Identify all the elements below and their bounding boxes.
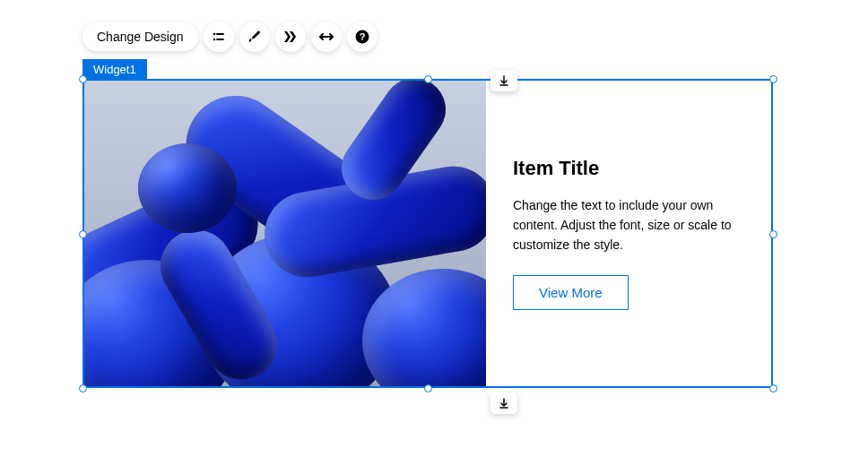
widget-image-area[interactable] bbox=[84, 81, 486, 386]
resize-handle-ne[interactable] bbox=[769, 75, 777, 83]
resize-handle-se[interactable] bbox=[769, 384, 777, 392]
item-description[interactable]: Change the text to include your own cont… bbox=[513, 196, 744, 254]
resize-handle-n[interactable] bbox=[424, 75, 432, 83]
resize-handle-e[interactable] bbox=[769, 230, 777, 238]
svg-point-0 bbox=[213, 33, 215, 36]
design-brush-button[interactable] bbox=[239, 22, 270, 52]
padding-handle-top[interactable] bbox=[490, 70, 517, 91]
view-more-button[interactable]: View More bbox=[513, 275, 629, 310]
resize-handle-w[interactable] bbox=[79, 230, 87, 238]
padding-handle-bottom[interactable] bbox=[490, 392, 517, 414]
abstract-shape bbox=[138, 143, 237, 233]
resize-handle-nw[interactable] bbox=[79, 75, 87, 83]
stretch-button[interactable] bbox=[311, 22, 342, 52]
list-settings-icon bbox=[212, 30, 226, 44]
help-button[interactable]: ? bbox=[347, 22, 378, 52]
brush-icon bbox=[247, 30, 262, 44]
layers-icon bbox=[282, 30, 299, 44]
widget-text-panel[interactable]: Item Title Change the text to include yo… bbox=[486, 81, 771, 386]
padding-down-icon bbox=[499, 398, 509, 409]
resize-handle-sw[interactable] bbox=[79, 384, 87, 392]
item-title[interactable]: Item Title bbox=[513, 157, 744, 180]
widget-frame[interactable]: Item Title Change the text to include yo… bbox=[82, 79, 773, 388]
change-design-button[interactable]: Change Design bbox=[82, 22, 198, 51]
resize-handle-s[interactable] bbox=[424, 384, 432, 392]
editor-toolbar: Change Design ? bbox=[82, 22, 378, 52]
animation-button[interactable] bbox=[275, 22, 306, 52]
stretch-icon bbox=[319, 30, 334, 44]
widget-label-tab[interactable]: Widget1 bbox=[82, 59, 147, 80]
svg-point-2 bbox=[213, 39, 215, 41]
padding-down-icon bbox=[499, 75, 509, 86]
list-settings-button[interactable] bbox=[204, 22, 234, 52]
help-icon: ? bbox=[355, 30, 369, 44]
svg-text:?: ? bbox=[359, 31, 365, 42]
